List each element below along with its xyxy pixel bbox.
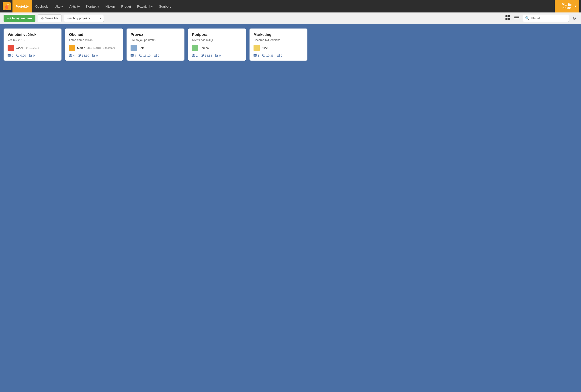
card-assignee: Alice bbox=[254, 45, 304, 51]
clock-icon bbox=[201, 54, 204, 58]
svg-rect-13 bbox=[8, 55, 10, 56]
assignee-amount: 1 000 000,- bbox=[103, 46, 116, 50]
assignee-date: 14.12.2018 bbox=[26, 46, 39, 50]
stat-notes-value: 0 bbox=[219, 54, 221, 57]
user-menu[interactable]: Martin DEMO ▼ bbox=[555, 0, 579, 12]
card-stats: 3 10:36 bbox=[254, 54, 304, 58]
stat-tasks: 3 bbox=[254, 54, 259, 58]
assignee-name: Martin bbox=[77, 46, 85, 50]
clock-icon bbox=[139, 54, 142, 58]
settings-button[interactable]: ⚙ bbox=[571, 14, 578, 22]
search-icon: 🔍 bbox=[525, 16, 530, 20]
new-record-button[interactable]: + + Nový záznam bbox=[4, 15, 36, 22]
notes-icon bbox=[215, 54, 218, 58]
search-input[interactable] bbox=[531, 15, 566, 22]
tasks-icon bbox=[254, 54, 257, 58]
svg-rect-22 bbox=[70, 56, 71, 56]
svg-rect-20 bbox=[70, 54, 72, 55]
card-assignee: Vašek 14.12.2018 bbox=[8, 45, 58, 51]
avatar bbox=[192, 45, 198, 51]
svg-line-17 bbox=[18, 56, 18, 56]
card-stats: 4 16:10 bbox=[130, 54, 180, 58]
card-subtitle: Chceme být jednička bbox=[254, 38, 304, 42]
nav-item-obchody[interactable]: Obchody bbox=[32, 0, 52, 12]
tasks-icon bbox=[8, 54, 11, 58]
card-title: Provoz bbox=[130, 32, 180, 37]
stat-tasks: 1 bbox=[192, 54, 198, 58]
project-card-podpora[interactable]: Podpora Klienti nás milují Tereza 1 bbox=[188, 28, 246, 60]
clear-filter-button[interactable]: ⊘ Smaž filtr bbox=[38, 14, 62, 22]
svg-rect-6 bbox=[506, 18, 508, 20]
nav-item-prodej[interactable]: Prodej bbox=[118, 0, 134, 12]
card-subtitle: Klienti nás milují bbox=[192, 38, 242, 42]
nav-item-nakup[interactable]: Nákup bbox=[102, 0, 118, 12]
avatar bbox=[69, 45, 75, 51]
nav-item-ukoly[interactable]: Úkoly bbox=[52, 0, 66, 12]
card-assignee: Tereza bbox=[192, 45, 242, 51]
nav-item-kontakty[interactable]: Kontakty bbox=[83, 0, 102, 12]
card-subtitle: Frčí to jak po drátku bbox=[130, 38, 180, 42]
assignee-name: Vašek bbox=[16, 46, 24, 50]
stat-time: 13:33 bbox=[201, 54, 212, 58]
stat-time: 10:36 bbox=[262, 54, 274, 58]
stat-tasks-value: 1 bbox=[196, 54, 198, 57]
stat-tasks: 4 bbox=[130, 54, 136, 58]
card-stats: 0 0:00 bbox=[8, 54, 58, 58]
projects-grid: Vánoční večírek Večírek 2018 Vašek 14.12… bbox=[4, 28, 578, 60]
card-subtitle: Letos dáme milion bbox=[69, 38, 119, 42]
notes-icon bbox=[29, 54, 32, 58]
notes-icon bbox=[277, 54, 280, 58]
grid-icon bbox=[505, 15, 510, 21]
stat-notes-value: 0 bbox=[96, 54, 98, 57]
stat-notes-value: 0 bbox=[158, 54, 159, 57]
svg-rect-28 bbox=[131, 54, 133, 55]
nav-item-projekty[interactable]: Projekty bbox=[12, 0, 32, 12]
user-role: DEMO bbox=[562, 7, 572, 10]
svg-line-49 bbox=[264, 56, 264, 56]
assignee-name: Petr bbox=[138, 46, 144, 50]
grid-view-button[interactable] bbox=[504, 14, 512, 22]
app-logo[interactable] bbox=[2, 1, 12, 11]
project-card-marketing[interactable]: Marketing Chceme být jednička Alice 3 bbox=[250, 28, 308, 60]
card-stats: 4 14:10 bbox=[69, 54, 119, 58]
stat-tasks: 4 bbox=[69, 54, 75, 58]
view-toggle bbox=[504, 14, 520, 22]
nav-item-poznamky[interactable]: Poznámky bbox=[134, 0, 156, 12]
stat-time-value: 0:00 bbox=[20, 54, 26, 57]
svg-rect-45 bbox=[254, 55, 256, 56]
tasks-icon bbox=[69, 54, 72, 58]
stat-tasks-value: 3 bbox=[258, 54, 259, 57]
project-select[interactable]: všechny projekty bbox=[64, 15, 104, 22]
stat-notes: 0 bbox=[29, 54, 35, 58]
svg-rect-30 bbox=[131, 56, 132, 56]
svg-rect-29 bbox=[131, 55, 133, 56]
list-view-button[interactable] bbox=[513, 14, 520, 22]
gear-icon: ⚙ bbox=[572, 16, 576, 20]
stat-notes: 0 bbox=[154, 54, 159, 58]
svg-line-25 bbox=[79, 56, 80, 56]
svg-rect-10 bbox=[514, 19, 519, 20]
tasks-icon bbox=[130, 54, 134, 58]
nav-item-aktivity[interactable]: Aktivity bbox=[66, 0, 83, 12]
avatar bbox=[130, 45, 137, 51]
avatar bbox=[254, 45, 260, 51]
card-title: Vánoční večírek bbox=[8, 32, 58, 37]
project-card-provoz[interactable]: Provoz Frčí to jak po drátku Petr 4 bbox=[126, 28, 184, 60]
clock-icon bbox=[16, 54, 20, 58]
stat-time: 0:00 bbox=[16, 54, 26, 58]
assignee-date: 31.12.2018 bbox=[87, 46, 101, 50]
notes-icon bbox=[154, 54, 157, 58]
nav-item-soubory[interactable]: Soubory bbox=[156, 0, 174, 12]
svg-line-41 bbox=[202, 56, 203, 56]
assignee-name: Alice bbox=[262, 46, 268, 50]
project-card-vanocni[interactable]: Vánoční večírek Večírek 2018 Vašek 14.12… bbox=[4, 28, 62, 60]
user-name: Martin bbox=[562, 3, 572, 7]
stat-notes: 0 bbox=[215, 54, 221, 58]
project-card-obchod[interactable]: Obchod Letos dáme milion Martin 31.12.20… bbox=[65, 28, 123, 60]
notes-icon bbox=[92, 54, 95, 58]
card-subtitle: Večírek 2018 bbox=[8, 38, 58, 42]
card-assignee: Martin 31.12.20181 000 000,- bbox=[69, 45, 119, 51]
search-box: 🔍 bbox=[523, 15, 569, 22]
svg-rect-4 bbox=[506, 15, 508, 17]
svg-rect-46 bbox=[254, 56, 255, 56]
